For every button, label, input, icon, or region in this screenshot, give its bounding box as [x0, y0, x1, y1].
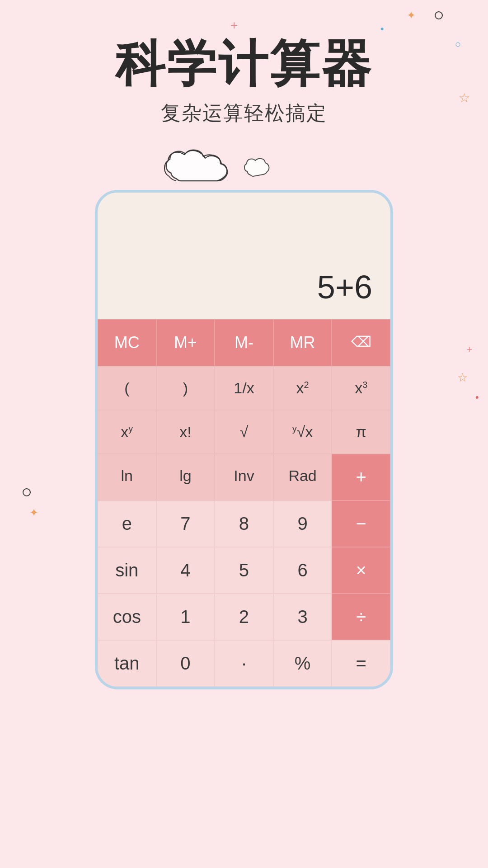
num-row-1: e 7 8 9 − — [98, 500, 390, 547]
sci-row-1: ( ) 1/x x2 x3 — [98, 366, 390, 410]
btn-mc[interactable]: MC — [98, 319, 156, 366]
num-row-2: sin 4 5 6 × — [98, 547, 390, 594]
deco-circle3 — [23, 488, 31, 496]
app-subtitle: 复杂运算轻松搞定 — [0, 100, 488, 127]
deco-cross2: + — [466, 344, 472, 355]
display-area: 5+6 — [98, 193, 390, 319]
btn-5[interactable]: 5 — [215, 547, 273, 594]
btn-rad[interactable]: Rad — [273, 454, 332, 500]
btn-reciprocal[interactable]: 1/x — [215, 366, 273, 410]
btn-2[interactable]: 2 — [215, 594, 273, 640]
btn-factorial[interactable]: x! — [156, 410, 215, 454]
btn-pi[interactable]: π — [332, 410, 390, 454]
calculator: 5+6 MC M+ M- MR ⌫ ( ) 1/x x2 x3 xy x! √ … — [95, 190, 393, 689]
num-row-4: tan 0 · % = — [98, 640, 390, 687]
btn-power[interactable]: xy — [98, 410, 156, 454]
app-title: 科学计算器 — [0, 36, 488, 91]
btn-plus[interactable]: + — [332, 454, 390, 500]
btn-e[interactable]: e — [98, 500, 156, 547]
btn-1[interactable]: 1 — [156, 594, 215, 640]
btn-dot[interactable]: · — [215, 640, 273, 687]
deco-star3: ☆ — [457, 371, 468, 385]
cloud-decoration — [0, 140, 488, 194]
btn-ln[interactable]: ln — [98, 454, 156, 500]
btn-open-paren[interactable]: ( — [98, 366, 156, 410]
btn-nthroot[interactable]: y√x — [273, 410, 332, 454]
num-row-3: cos 1 2 3 ÷ — [98, 594, 390, 640]
btn-divide[interactable]: ÷ — [332, 594, 390, 640]
btn-4[interactable]: 4 — [156, 547, 215, 594]
display-expression: 5+6 — [317, 269, 372, 306]
btn-minus[interactable]: − — [332, 500, 390, 547]
btn-backspace[interactable]: ⌫ — [332, 319, 390, 366]
btn-close-paren[interactable]: ) — [156, 366, 215, 410]
btn-square[interactable]: x2 — [273, 366, 332, 410]
sci-row-2: xy x! √ y√x π — [98, 410, 390, 454]
cloud-svg — [154, 140, 334, 194]
btn-lg[interactable]: lg — [156, 454, 215, 500]
btn-0[interactable]: 0 — [156, 640, 215, 687]
btn-mminus[interactable]: M- — [215, 319, 273, 366]
header: 科学计算器 复杂运算轻松搞定 — [0, 0, 488, 127]
btn-tan[interactable]: tan — [98, 640, 156, 687]
btn-inv[interactable]: Inv — [215, 454, 273, 500]
btn-multiply[interactable]: × — [332, 547, 390, 594]
btn-sqrt[interactable]: √ — [215, 410, 273, 454]
sci-row-3: ln lg Inv Rad + — [98, 454, 390, 500]
btn-7[interactable]: 7 — [156, 500, 215, 547]
btn-6[interactable]: 6 — [273, 547, 332, 594]
btn-8[interactable]: 8 — [215, 500, 273, 547]
btn-mr[interactable]: MR — [273, 319, 332, 366]
btn-cos[interactable]: cos — [98, 594, 156, 640]
memory-row: MC M+ M- MR ⌫ — [98, 319, 390, 366]
deco-star4: ✦ — [29, 506, 38, 519]
btn-equals[interactable]: = — [332, 640, 390, 687]
btn-sin[interactable]: sin — [98, 547, 156, 594]
btn-cube[interactable]: x3 — [332, 366, 390, 410]
btn-mplus[interactable]: M+ — [156, 319, 215, 366]
btn-percent[interactable]: % — [273, 640, 332, 687]
backspace-icon: ⌫ — [351, 334, 371, 350]
deco-dot2: ● — [475, 393, 479, 401]
btn-3[interactable]: 3 — [273, 594, 332, 640]
btn-9[interactable]: 9 — [273, 500, 332, 547]
